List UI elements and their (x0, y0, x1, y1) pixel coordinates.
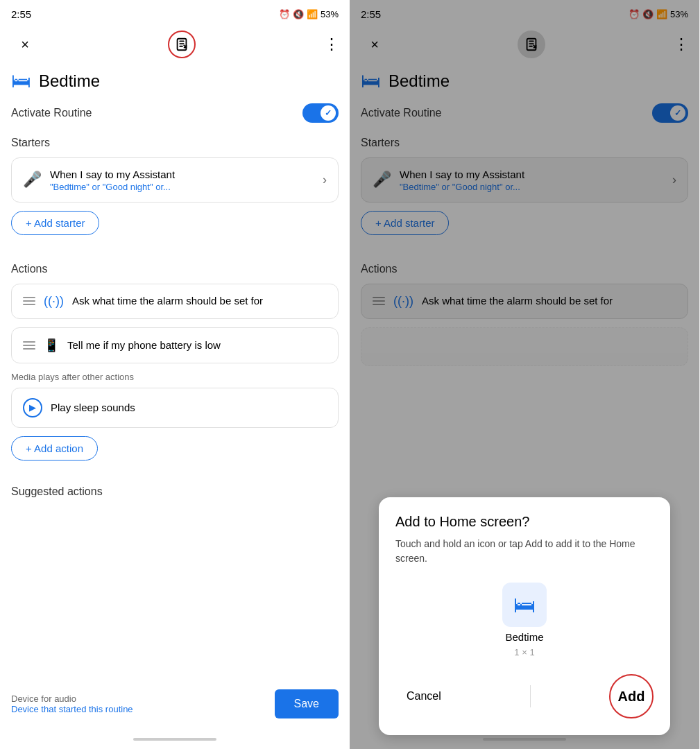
dialog-app-size: 1 × 1 (514, 647, 534, 657)
dialog-icon-area: 🛏 Bedtime 1 × 1 (395, 583, 654, 657)
action-ask-title-left: Ask what time the alarm should be set fo… (72, 294, 327, 308)
play-icon-left: ▶ (23, 398, 42, 417)
dialog-title: Add to Home screen? (395, 514, 654, 530)
action-ask-content-left: Ask what time the alarm should be set fo… (72, 294, 327, 308)
activate-row-left: Activate Routine (11, 103, 339, 123)
device-link-left[interactable]: Device that started this routine (11, 704, 133, 714)
routine-title-left: Bedtime (39, 71, 100, 91)
close-button-left[interactable]: × (11, 31, 39, 58)
status-icons-left: ⏰ 🔇 📶 53% (279, 9, 339, 19)
cancel-button-dialog[interactable]: Cancel (395, 685, 452, 708)
wifi-icon: 📶 (307, 9, 318, 19)
phone-icon-left: 📱 (44, 338, 59, 353)
status-time-left: 2:55 (11, 8, 31, 20)
actions-label-left: Actions (11, 263, 339, 275)
mute-icon: 🔇 (293, 9, 304, 19)
drag-handle-2-left (23, 341, 35, 350)
home-indicator-left (133, 738, 216, 741)
media-card-left[interactable]: ▶ Play sleep sounds (11, 388, 339, 428)
shortcut-icon (174, 37, 189, 52)
routine-header-left: 🛏 Bedtime (11, 69, 339, 92)
starter-card-left[interactable]: 🎤 When I say to my Assistant "Bedtime" o… (11, 157, 339, 203)
dialog-divider (530, 685, 531, 707)
suggested-label-left: Suggested actions (11, 485, 339, 498)
dialog-overlay[interactable]: Add to Home screen? Touch and hold an ic… (350, 0, 699, 749)
add-button-dialog[interactable]: Add (609, 674, 654, 718)
media-title-left: Play sleep sounds (51, 401, 135, 415)
add-starter-button-left[interactable]: + Add starter (11, 211, 99, 235)
mic-icon-left: 🎤 (23, 171, 42, 189)
shortcut-button-left[interactable] (168, 31, 196, 58)
activate-toggle-left[interactable] (302, 103, 339, 123)
top-bar-left: × ⋮ (0, 25, 350, 64)
dialog-app-name: Bedtime (505, 631, 543, 643)
dialog-body: Touch and hold an icon or tap Add to add… (395, 537, 654, 566)
action-card-battery-left[interactable]: 📱 Tell me if my phone battery is low (11, 327, 339, 363)
add-to-homescreen-dialog: Add to Home screen? Touch and hold an ic… (379, 497, 670, 735)
starter-subtitle-left: "Bedtime" or "Good night" or... (50, 182, 314, 192)
bottom-info-left: Device for audio Device that started thi… (11, 694, 133, 714)
more-menu-left[interactable]: ⋮ (324, 35, 339, 53)
bedtime-icon-left: 🛏 (11, 69, 31, 92)
media-section-label-left: Media plays after other actions (11, 372, 339, 382)
starters-label-left: Starters (11, 137, 339, 149)
right-screen: 2:55 ⏰ 🔇 📶 53% × ⋮ 🛏 Bedtime Activate Ro… (350, 0, 699, 749)
battery-left: 53% (321, 9, 339, 19)
alarm-icon: ⏰ (279, 9, 290, 19)
dialog-app-icon: 🛏 (502, 583, 547, 627)
action-battery-content-left: Tell me if my phone battery is low (67, 338, 327, 352)
starter-content-left: When I say to my Assistant "Bedtime" or … (50, 168, 314, 192)
status-bar-left: 2:55 ⏰ 🔇 📶 53% (0, 0, 350, 25)
content-left: 🛏 Bedtime Activate Routine Starters 🎤 Wh… (0, 64, 350, 681)
save-button-left[interactable]: Save (275, 689, 339, 718)
device-audio-label-left: Device for audio (11, 694, 133, 704)
bottom-bar-left: Device for audio Device that started thi… (0, 681, 350, 732)
waveform-icon-left: ((·)) (44, 294, 64, 309)
drag-handle-1-left (23, 297, 35, 305)
left-screen: 2:55 ⏰ 🔇 📶 53% × ⋮ 🛏 Bedtime Ac (0, 0, 350, 749)
starter-title-left: When I say to my Assistant (50, 168, 314, 182)
action-card-ask-alarm-left[interactable]: ((·)) Ask what time the alarm should be … (11, 284, 339, 319)
dialog-actions: Cancel Add (395, 674, 654, 718)
action-battery-title-left: Tell me if my phone battery is low (67, 338, 327, 352)
add-action-button-left[interactable]: + Add action (11, 436, 98, 460)
activate-label-left: Activate Routine (11, 107, 92, 119)
starter-chevron-left: › (323, 173, 327, 187)
